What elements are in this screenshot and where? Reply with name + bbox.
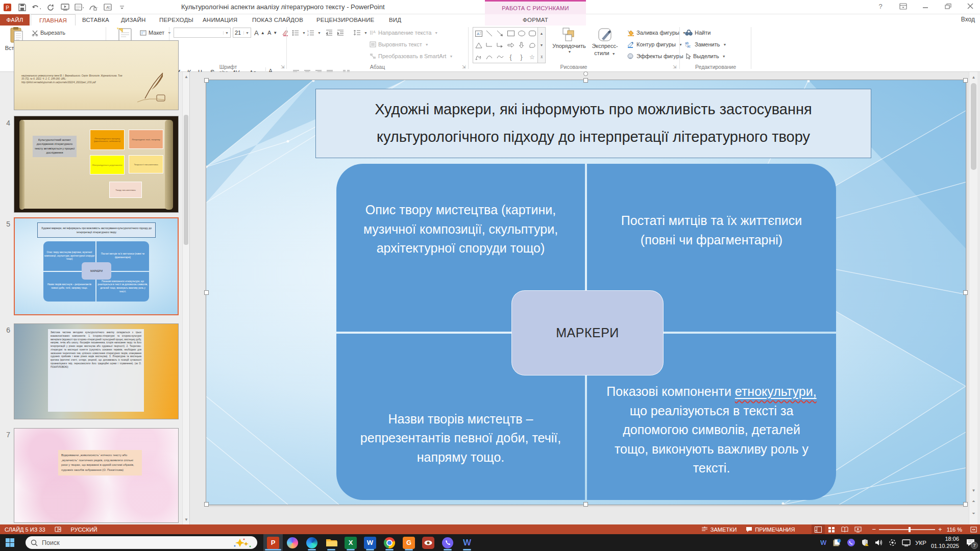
- shapes-gallery[interactable]: A { } ☆: [473, 27, 538, 63]
- selection-handle-top-right[interactable]: [963, 78, 968, 83]
- shape-qat-icon[interactable]: [89, 3, 98, 12]
- tab-review[interactable]: РЕЦЕНЗИРОВАНИЕ: [310, 14, 381, 26]
- tab-design[interactable]: ДИЗАЙН: [114, 14, 152, 26]
- selection-handle-mid-left[interactable]: [204, 290, 209, 295]
- fit-slide-to-window-button[interactable]: [967, 524, 980, 534]
- ribbon-display-options-icon[interactable]: [897, 1, 909, 11]
- shape-curve-icon[interactable]: [495, 51, 505, 63]
- shape-textbox-icon[interactable]: A: [473, 28, 484, 39]
- zoom-in-button[interactable]: +: [938, 525, 942, 533]
- taskbar-viber[interactable]: [438, 534, 457, 551]
- tray-document-info-icon[interactable]: i: [832, 538, 842, 547]
- shape-outline-button[interactable]: Контур фигуры▼: [627, 39, 682, 49]
- tab-animation[interactable]: АНИМАЦИЯ: [196, 14, 244, 26]
- shape-scribble-icon[interactable]: [473, 51, 484, 63]
- font-dialog-launcher[interactable]: ⇲: [281, 65, 286, 70]
- spellcheck-status-icon[interactable]: [50, 524, 66, 534]
- zoom-slider[interactable]: [879, 529, 935, 530]
- shape-right-brace-icon[interactable]: }: [516, 51, 527, 63]
- shapes-scroll-up[interactable]: ▲: [538, 28, 545, 39]
- view-slide-sorter-button[interactable]: [825, 524, 838, 534]
- selection-handle-mid-right[interactable]: [963, 290, 968, 295]
- tab-file[interactable]: ФАЙЛ: [0, 14, 30, 26]
- replace-button[interactable]: abac Заменить▼: [685, 39, 726, 49]
- find-button[interactable]: Найти: [685, 28, 710, 38]
- layout-button[interactable]: Макет▼: [140, 28, 171, 38]
- shape-right-arrow-icon[interactable]: [505, 39, 516, 51]
- convert-smartart-button[interactable]: Преобразовать в SmartArt▼: [370, 51, 453, 61]
- taskbar-word[interactable]: W: [360, 534, 380, 551]
- panel-scroll-up-icon[interactable]: ▲: [183, 73, 190, 81]
- restore-button[interactable]: [942, 1, 953, 11]
- shape-arc-icon[interactable]: [484, 51, 495, 63]
- shape-effects-button[interactable]: Эффекты фигуры▼: [627, 51, 690, 61]
- taskbar-w-app[interactable]: W: [457, 534, 477, 551]
- numbering-button[interactable]: 12▼: [307, 28, 321, 38]
- font-size-combo[interactable]: 21▼: [233, 28, 251, 38]
- taskbar-gpdf-app[interactable]: G: [399, 534, 419, 551]
- decrease-indent-button[interactable]: [326, 28, 333, 38]
- shape-line-icon[interactable]: [484, 28, 495, 39]
- sign-in-link[interactable]: Вход: [961, 16, 975, 23]
- shape-left-brace-icon[interactable]: {: [505, 51, 516, 63]
- customize-qat-icon[interactable]: [117, 3, 127, 12]
- cut-button[interactable]: Вырезать: [32, 28, 65, 38]
- shape-rectangle-icon[interactable]: [505, 28, 516, 39]
- tab-slideshow[interactable]: ПОКАЗ СЛАЙДОВ: [246, 14, 310, 26]
- view-reading-button[interactable]: [838, 524, 851, 534]
- taskbar-chrome[interactable]: [380, 534, 399, 551]
- drawing-dialog-launcher[interactable]: ⇲: [673, 65, 678, 70]
- zoom-level[interactable]: 116 %: [942, 524, 967, 534]
- clear-formatting-button[interactable]: [282, 28, 289, 38]
- shape-elbow-icon[interactable]: [484, 39, 495, 51]
- thumbnail-slide-4[interactable]: Культурологічний аспект дослідження літе…: [14, 116, 179, 213]
- selection-handle-bottom-left[interactable]: [204, 502, 209, 507]
- line-spacing-button[interactable]: ▼: [353, 28, 368, 38]
- quick-styles-dropdown[interactable]: ▼: [612, 52, 616, 56]
- tray-speaker-icon[interactable]: [874, 538, 883, 547]
- shape-rounded-rectangle-icon[interactable]: [527, 28, 537, 39]
- paragraph-dialog-launcher[interactable]: ⇲: [462, 65, 467, 70]
- taskbar-powerpoint[interactable]: P: [263, 534, 283, 551]
- shape-elbow-arrow-icon[interactable]: [495, 39, 505, 51]
- tray-security-shield-icon[interactable]: !: [860, 538, 869, 547]
- view-normal-button[interactable]: [812, 524, 825, 534]
- comments-button[interactable]: ПРИМЕЧАНИЯ: [741, 524, 799, 534]
- shapes-gallery-scroll[interactable]: ▲ ▼ ⊼: [538, 27, 546, 63]
- shape-triangle-icon[interactable]: [473, 39, 484, 51]
- tab-format[interactable]: ФОРМАТ: [485, 14, 586, 26]
- shapes-more-button[interactable]: ⊼: [538, 51, 545, 63]
- doc-scroll-thumb[interactable]: [971, 83, 976, 170]
- start-button[interactable]: [0, 534, 19, 551]
- slide-canvas[interactable]: Художні маркери, які інформують про можл…: [206, 80, 966, 505]
- panel-scroll-down-icon[interactable]: ▼: [183, 516, 190, 523]
- redo-icon[interactable]: [46, 3, 55, 12]
- undo-icon[interactable]: [32, 3, 41, 12]
- selection-handle-top-left[interactable]: [204, 78, 209, 83]
- quick-styles-button[interactable]: Экспресс- стили ▼: [588, 27, 622, 57]
- shape-star-icon[interactable]: ☆: [527, 51, 537, 63]
- taskbar-excel[interactable]: X: [341, 534, 360, 551]
- shape-arrow-icon[interactable]: [495, 28, 505, 39]
- panel-scroll-thumb[interactable]: [184, 115, 188, 245]
- taskbar-search[interactable]: Поиск: [26, 536, 257, 549]
- tab-insert[interactable]: ВСТАВКА: [76, 14, 116, 26]
- save-icon[interactable]: [17, 3, 27, 12]
- notes-button[interactable]: ЗАМЕТКИ: [697, 524, 742, 534]
- tab-transitions[interactable]: ПЕРЕХОДЫ: [153, 14, 200, 26]
- shapes-scroll-down[interactable]: ▼: [538, 39, 545, 51]
- selection-handle-bottom-right[interactable]: [963, 502, 968, 507]
- selection-handle-top-center[interactable]: [583, 78, 588, 83]
- thumbnail-slide-5[interactable]: Художні маркери, які інформують про можл…: [14, 217, 179, 315]
- help-icon[interactable]: ?: [875, 1, 886, 11]
- tray-clock[interactable]: 18:06 01.10.2025: [931, 536, 959, 550]
- doc-scroll-up-icon[interactable]: ▲: [969, 73, 978, 81]
- text-direction-button[interactable]: A Направление текста▼: [370, 28, 438, 38]
- arrange-button[interactable]: Упорядочить ▼: [551, 27, 587, 55]
- increase-indent-button[interactable]: [337, 28, 344, 38]
- previous-slide-button[interactable]: ⏶: [969, 497, 978, 506]
- minimize-button[interactable]: [920, 1, 931, 11]
- language-status[interactable]: РУССКИЙ: [66, 524, 102, 534]
- tray-network-display-icon[interactable]: [901, 538, 911, 547]
- tray-screen-record-icon[interactable]: [888, 538, 897, 547]
